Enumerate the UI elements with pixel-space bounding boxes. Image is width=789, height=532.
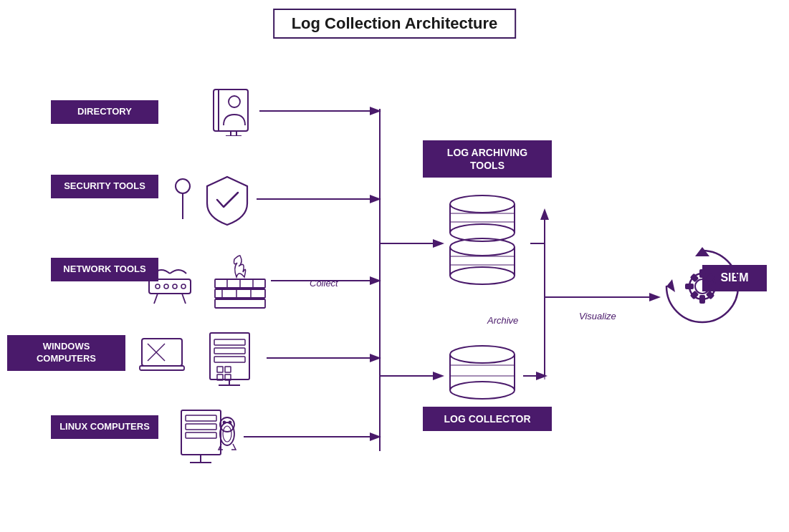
svg-rect-40 (186, 424, 216, 430)
firewall-icon (211, 252, 269, 312)
svg-point-46 (223, 426, 231, 442)
svg-point-58 (450, 267, 515, 284)
log-collector-db-icon (443, 344, 522, 411)
svg-rect-17 (215, 299, 265, 308)
svg-marker-68 (666, 279, 675, 292)
svg-rect-74 (711, 284, 719, 289)
label-directory: DIRECTORY (51, 100, 158, 124)
laptop-icon (136, 335, 193, 385)
svg-point-49 (450, 195, 515, 213)
log-archive-db-icon (443, 193, 522, 296)
collect-label: Collect (310, 278, 338, 289)
directory-icon (208, 86, 258, 139)
router-icon (143, 259, 197, 309)
svg-rect-27 (140, 366, 184, 370)
svg-rect-31 (214, 357, 245, 362)
linux-server-icon (176, 407, 240, 470)
visualize-label: Visualize (579, 311, 616, 321)
svg-rect-73 (685, 284, 694, 289)
svg-point-11 (173, 284, 177, 289)
svg-rect-32 (217, 367, 223, 372)
svg-point-70 (695, 279, 709, 294)
label-linux-computers: LINUX COMPUTERS (51, 415, 158, 439)
label-log-archiving-tools: LOG ARCHIVING TOOLS (423, 140, 552, 178)
label-windows-computers: WINDOWS COMPUTERS (7, 335, 125, 371)
svg-point-64 (450, 382, 515, 399)
label-security-tools: SECURITY TOOLS (51, 175, 158, 198)
svg-point-48 (229, 422, 231, 424)
svg-rect-71 (699, 269, 705, 278)
svg-point-47 (224, 422, 226, 424)
svg-point-2 (229, 96, 240, 107)
svg-point-61 (450, 346, 515, 363)
label-network-tools: NETWORK TOOLS (51, 258, 158, 281)
windows-server-icon (204, 329, 265, 390)
svg-rect-29 (214, 339, 245, 345)
svg-rect-39 (186, 415, 216, 421)
diagram-container: Log Collection Architecture DIRECTORY SE… (0, 0, 789, 532)
svg-point-6 (176, 179, 190, 193)
siem-icon (659, 243, 745, 332)
svg-rect-41 (186, 432, 216, 438)
svg-rect-24 (142, 339, 182, 366)
svg-rect-30 (214, 348, 245, 354)
svg-rect-72 (699, 295, 705, 304)
shield-icon (201, 173, 254, 230)
svg-point-10 (164, 284, 168, 289)
security-pin-icon (168, 178, 197, 223)
svg-line-14 (182, 294, 186, 304)
archive-label: Archive (487, 315, 518, 326)
svg-rect-33 (225, 367, 231, 372)
svg-line-13 (154, 294, 158, 304)
diagram-title: Log Collection Architecture (273, 9, 517, 39)
svg-point-12 (181, 284, 186, 289)
svg-point-9 (156, 284, 160, 289)
